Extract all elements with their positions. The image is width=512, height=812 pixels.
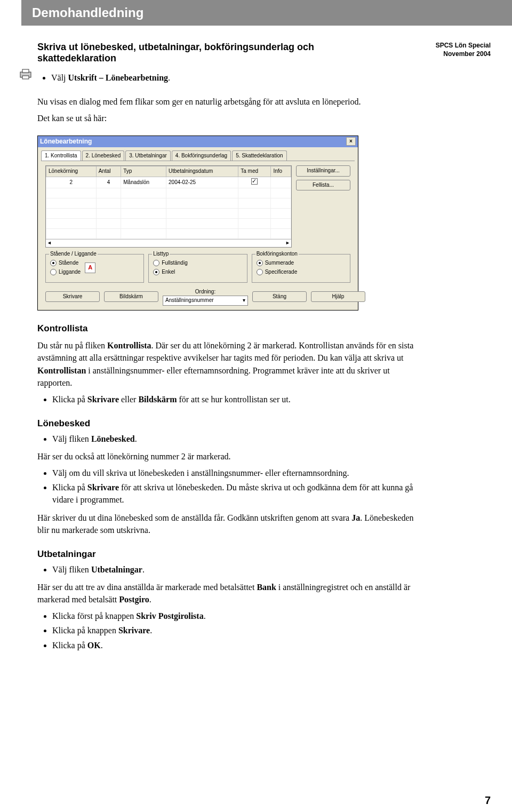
- tab-skattedeklaration[interactable]: 5. Skattedeklaration: [232, 150, 286, 161]
- intro-para1: Nu visas en dialog med fem flikar som ge…: [37, 95, 421, 108]
- col-antal: Antal: [96, 166, 121, 177]
- group-staende-liggande: Stående / Liggande Stående Liggande A: [45, 254, 144, 283]
- bold-text: Skrivare: [87, 483, 119, 492]
- text: för att se hur kontrollistan ser ut.: [177, 395, 290, 404]
- group-listtyp: Listtyp Fullständig Enkel: [148, 254, 247, 283]
- list-item: Välj om du vill skriva ut lönebeskeden i…: [52, 467, 421, 479]
- cell-tamed[interactable]: [238, 177, 271, 188]
- text: Klicka på: [52, 641, 87, 650]
- utbetalningar-para1: Här ser du att tre av dina anställda är …: [37, 581, 421, 606]
- orientation-icon: A: [85, 262, 95, 273]
- radio-label: Summerade: [265, 259, 294, 267]
- text: Välj: [51, 73, 68, 82]
- radio-label: Fullständig: [162, 259, 187, 267]
- radio-staende[interactable]: [50, 260, 57, 266]
- text: .: [101, 641, 103, 650]
- skrivare-button[interactable]: Skrivare: [45, 291, 100, 302]
- text: .: [135, 434, 137, 443]
- text: Klicka på: [52, 395, 87, 404]
- stang-button[interactable]: Stäng: [252, 291, 307, 302]
- tab-utbetalningar[interactable]: 3. Utbetalningar: [125, 150, 171, 161]
- checkbox-icon[interactable]: [251, 178, 258, 185]
- bold-text: Bildskärm: [138, 395, 177, 404]
- list-item: Klicka på Skrivare för att skriva ut lön…: [52, 481, 421, 506]
- list-item: Välj fliken Lönebesked.: [52, 433, 421, 445]
- cell-typ: Månadslön: [121, 177, 166, 188]
- tab-kontrollista[interactable]: 1. Kontrollista: [41, 150, 81, 161]
- heading-lonebesked: Lönebesked: [37, 417, 421, 431]
- group-title: Stående / Liggande: [49, 250, 98, 258]
- lonebesked-para1: Här ser du också att lönekörning nummer …: [37, 450, 421, 463]
- print-icon: [19, 69, 32, 79]
- text: eller: [119, 395, 138, 404]
- tab-lonebesked[interactable]: 2. Lönebesked: [82, 150, 125, 161]
- chevron-down-icon: ▾: [243, 297, 245, 305]
- text: .: [150, 626, 152, 635]
- radio-summerade[interactable]: [257, 260, 263, 266]
- col-lonekorning: Lönekörning: [46, 166, 97, 177]
- heading-utbetalningar: Utbetalningar: [37, 548, 421, 561]
- list-item: Klicka på Skrivare eller Bildskärm för a…: [52, 393, 421, 405]
- ordning-dropdown[interactable]: Anställningsnummer ▾: [163, 296, 248, 306]
- list-item: Välj fliken Utbetalningar.: [52, 563, 421, 576]
- list-item: Klicka på OK.: [52, 639, 421, 651]
- ordning-label: Ordning:: [195, 288, 215, 296]
- lonebesked-para2: Här skriver du ut dina lönebesked som de…: [37, 512, 421, 536]
- bold-text: Utbetalningar: [91, 565, 142, 574]
- scrollbar[interactable]: ◄►: [46, 239, 291, 246]
- bold-text: Bank: [257, 583, 276, 592]
- section-title: Skriva ut lönebesked, utbetalningar, bok…: [37, 42, 379, 64]
- meta-line2: November 2004: [436, 50, 491, 59]
- heading-kontrollista: Kontrollista: [37, 322, 421, 336]
- text: Här skriver du ut dina lönebesked som de…: [37, 513, 351, 522]
- text: Klicka på: [52, 483, 87, 492]
- bold-text: Kontrollista: [107, 341, 151, 350]
- page-banner: Demohandledning: [21, 0, 512, 26]
- hjalp-button[interactable]: Hjälp: [311, 291, 365, 302]
- close-icon[interactable]: ×: [346, 137, 356, 146]
- data-grid[interactable]: Lönekörning Antal Typ Utbetalningsdatum …: [45, 165, 292, 247]
- col-typ: Typ: [121, 166, 166, 177]
- dialog-tabs: 1. Kontrollista 2. Lönebesked 3. Utbetal…: [38, 147, 358, 161]
- radio-label: Stående: [59, 259, 78, 267]
- intro-para2: Det kan se ut så här:: [37, 112, 421, 124]
- bold-text: Postgiro: [119, 595, 149, 604]
- radio-liggande[interactable]: [50, 269, 57, 275]
- text: .: [168, 73, 170, 82]
- text: .: [204, 611, 206, 620]
- text: Klicka först på knappen: [52, 611, 136, 620]
- text: i anställningsnummer- eller efternamnsor…: [37, 366, 390, 387]
- tab-bokforingsunderlag[interactable]: 4. Bokföringsunderlag: [172, 150, 231, 161]
- dialog-title: Lönebearbetning: [40, 137, 92, 146]
- fellista-button[interactable]: Fellista...: [296, 180, 350, 191]
- dropdown-value: Anställningsnummer: [165, 297, 214, 305]
- radio-enkel[interactable]: [153, 269, 159, 275]
- text: Välj fliken: [52, 565, 91, 574]
- radio-specificerade[interactable]: [257, 269, 263, 275]
- cell-datum: 2004-02-25: [166, 177, 238, 188]
- radio-label: Enkel: [162, 268, 175, 276]
- col-tamed: Ta med: [238, 166, 271, 177]
- doc-meta: SPCS Lön Special November 2004: [436, 42, 491, 58]
- group-bokforingskonton: Bokföringskonton Summerade Specificerade: [252, 254, 350, 283]
- table-row[interactable]: 2 4 Månadslön 2004-02-25: [46, 177, 291, 188]
- bildskarm-button[interactable]: Bildskärm: [104, 291, 158, 302]
- bold-text: Kontrollistan: [37, 366, 86, 375]
- radio-label: Liggande: [59, 268, 81, 276]
- cell-lonekorning: 2: [46, 177, 97, 188]
- text: Välj fliken: [52, 434, 91, 443]
- bold-text: Skrivare: [87, 395, 119, 404]
- text: Klicka på knappen: [52, 626, 118, 635]
- bold-text: Skrivare: [118, 626, 150, 635]
- bold-text: Utskrift – Lönebearbetning: [68, 73, 169, 82]
- svg-rect-2: [22, 76, 29, 79]
- list-item: Klicka först på knappen Skriv Postgiroli…: [52, 610, 421, 622]
- meta-line1: SPCS Lön Special: [436, 42, 491, 50]
- radio-label: Specificerade: [265, 268, 298, 276]
- col-info: Info: [271, 166, 291, 177]
- group-title: Bokföringskonton: [255, 250, 299, 258]
- radio-fullstandig[interactable]: [153, 260, 159, 266]
- list-item: Klicka på knappen Skrivare.: [52, 624, 421, 636]
- text: Du står nu på fliken: [37, 341, 107, 350]
- installningar-button[interactable]: Inställningar...: [296, 165, 350, 177]
